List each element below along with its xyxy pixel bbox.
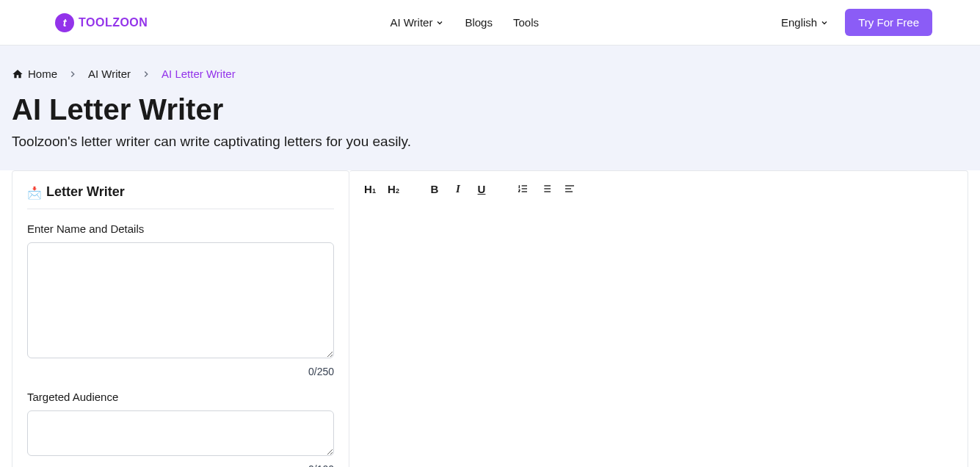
try-free-button[interactable]: Try For Free	[845, 9, 932, 36]
ordered-list-button[interactable]	[512, 178, 533, 199]
name-details-label: Enter Name and Details	[27, 222, 334, 235]
bold-button[interactable]: B	[424, 178, 445, 199]
nav-ai-writer-label: AI Writer	[390, 16, 432, 29]
nav-blogs-label: Blogs	[465, 16, 493, 29]
breadcrumb-ai-writer-label: AI Writer	[88, 68, 131, 80]
nav-blogs[interactable]: Blogs	[465, 16, 493, 29]
chevron-right-icon	[68, 69, 78, 79]
chevron-right-icon	[141, 69, 151, 79]
output-panel: H1 H2 B I U	[349, 170, 968, 467]
breadcrumb-ai-writer[interactable]: AI Writer	[88, 68, 131, 80]
nav-tools[interactable]: Tools	[513, 16, 539, 29]
language-label: English	[781, 16, 817, 29]
audience-label: Targeted Audience	[27, 391, 334, 403]
page-subtitle: Toolzoon's letter writer can write capti…	[0, 134, 980, 156]
editor-toolbar: H1 H2 B I U	[349, 171, 968, 206]
nav-ai-writer[interactable]: AI Writer	[390, 16, 444, 29]
main-nav: AI Writer Blogs Tools	[390, 16, 539, 29]
panel-title: Letter Writer	[46, 184, 125, 200]
chevron-down-icon	[820, 18, 829, 27]
input-panel: 📩 Letter Writer Enter Name and Details 0…	[12, 170, 349, 467]
home-icon	[12, 68, 23, 80]
logo[interactable]: t TOOLZOON	[55, 13, 148, 32]
audience-input[interactable]	[27, 410, 334, 456]
ordered-list-icon	[517, 183, 529, 195]
align-icon	[564, 183, 576, 195]
page-title: AI Letter Writer	[0, 80, 980, 134]
underline-button[interactable]: U	[471, 178, 492, 199]
name-details-input[interactable]	[27, 242, 334, 358]
language-selector[interactable]: English	[781, 16, 829, 29]
align-button[interactable]	[559, 178, 580, 199]
breadcrumb: Home AI Writer AI Letter Writer	[0, 68, 980, 80]
italic-button[interactable]: I	[448, 178, 468, 199]
unordered-list-icon	[540, 183, 552, 195]
editor-content[interactable]	[349, 206, 968, 467]
h1-button[interactable]: H1	[360, 178, 380, 199]
breadcrumb-home[interactable]: Home	[12, 68, 57, 80]
chevron-down-icon	[435, 18, 444, 27]
breadcrumb-current: AI Letter Writer	[161, 68, 236, 80]
letter-icon: 📩	[27, 186, 40, 199]
audience-count: 0/100	[27, 463, 334, 467]
h2-button[interactable]: H2	[383, 178, 404, 199]
nav-tools-label: Tools	[513, 16, 539, 29]
unordered-list-button[interactable]	[536, 178, 556, 199]
logo-icon: t	[55, 13, 74, 32]
breadcrumb-current-label: AI Letter Writer	[161, 68, 236, 80]
name-details-count: 0/250	[27, 366, 334, 377]
logo-text: TOOLZOON	[79, 16, 148, 29]
breadcrumb-home-label: Home	[28, 68, 57, 80]
